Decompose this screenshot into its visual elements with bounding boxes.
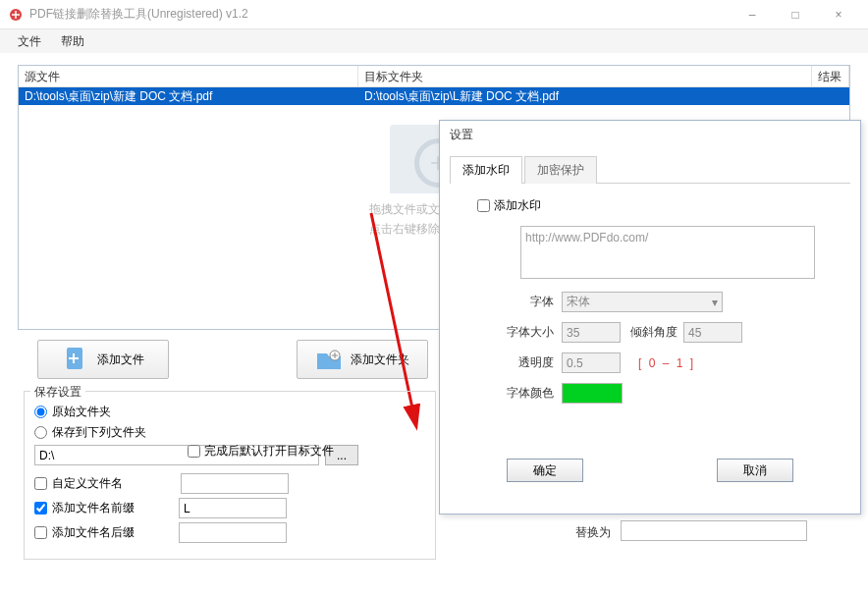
cancel-button[interactable]: 取消 (717, 459, 793, 482)
custom-name-label: 自定义文件名 (52, 475, 123, 492)
prefix-checkbox[interactable] (34, 502, 47, 515)
suffix-label: 添加文件名后缀 (52, 524, 135, 541)
add-folder-label: 添加文件夹 (351, 352, 409, 368)
chevron-down-icon: ▾ (712, 296, 718, 309)
app-icon (8, 7, 24, 23)
col-result[interactable]: 结果 (812, 66, 849, 86)
file-list-header: 源文件 目标文件夹 结果 (19, 66, 849, 87)
suffix-input[interactable] (179, 522, 287, 543)
file-add-icon (62, 346, 89, 373)
minimize-button[interactable]: – (731, 0, 774, 29)
watermark-text-input[interactable]: http://www.PDFdo.com/ (520, 226, 815, 279)
window-titlebar: PDF链接删除替换工具(Unregistered) v1.2 – □ × (0, 0, 868, 29)
radio-original-folder[interactable] (34, 406, 47, 418)
col-target[interactable]: 目标文件夹 (358, 66, 812, 86)
folder-add-icon (315, 346, 343, 373)
custom-name-checkbox[interactable] (34, 477, 47, 490)
radio-original-label: 原始文件夹 (52, 404, 111, 420)
ok-button[interactable]: 确定 (507, 459, 583, 482)
font-size-label: 字体大小 (463, 324, 562, 341)
open-after-checkbox[interactable] (188, 445, 200, 458)
add-file-button[interactable]: 添加文件 (37, 340, 169, 379)
save-settings-legend: 保存设置 (30, 384, 85, 401)
add-watermark-checkbox[interactable] (477, 199, 490, 212)
prefix-input[interactable] (179, 498, 287, 518)
menu-file[interactable]: 文件 (8, 31, 51, 52)
color-label: 字体颜色 (463, 385, 562, 402)
angle-label: 倾斜角度 (630, 324, 678, 341)
font-label: 字体 (463, 294, 562, 310)
menu-help[interactable]: 帮助 (51, 31, 94, 52)
maximize-button[interactable]: □ (774, 0, 817, 29)
add-folder-button[interactable]: 添加文件夹 (297, 340, 428, 379)
col-source[interactable]: 源文件 (19, 66, 358, 86)
cell-target: D:\tools\桌面\zip\L新建 DOC 文档.pdf (358, 87, 812, 106)
prefix-label: 添加文件名前缀 (52, 500, 135, 516)
settings-dialog: 设置 添加水印 加密保护 添加水印 http://www.PDFdo.com/ … (439, 120, 861, 515)
opacity-input[interactable] (562, 352, 621, 373)
font-select[interactable]: 宋体 ▾ (562, 292, 723, 312)
opacity-range: [ 0 – 1 ] (638, 356, 695, 370)
font-value: 宋体 (567, 294, 590, 310)
cell-result (812, 95, 849, 97)
add-watermark-label: 添加水印 (494, 197, 541, 214)
dialog-title: 设置 (440, 121, 860, 149)
tab-watermark[interactable]: 添加水印 (450, 156, 522, 184)
cell-source: D:\tools\桌面\zip\新建 DOC 文档.pdf (19, 87, 358, 106)
tab-encrypt[interactable]: 加密保护 (524, 156, 597, 184)
radio-custom-label: 保存到下列文件夹 (52, 424, 146, 441)
save-settings-group: 保存设置 原始文件夹 保存到下列文件夹 ... 自定义文件名 添加文件名前缀 (24, 391, 436, 560)
menu-bar: 文件 帮助 (0, 29, 868, 53)
replace-input[interactable] (621, 520, 807, 541)
window-title: PDF链接删除替换工具(Unregistered) v1.2 (29, 6, 731, 23)
font-size-input[interactable] (562, 322, 621, 343)
open-after-label: 完成后默认打开目标文件 (204, 443, 334, 460)
suffix-checkbox[interactable] (34, 526, 47, 539)
opacity-label: 透明度 (463, 354, 562, 371)
color-picker[interactable] (562, 383, 623, 404)
close-button[interactable]: × (817, 0, 860, 29)
radio-custom-folder[interactable] (34, 426, 47, 439)
replace-label: 替换为 (575, 524, 611, 541)
table-row[interactable]: D:\tools\桌面\zip\新建 DOC 文档.pdf D:\tools\桌… (19, 87, 849, 105)
add-file-label: 添加文件 (97, 352, 144, 368)
angle-input[interactable] (683, 322, 742, 343)
custom-name-input[interactable] (181, 473, 289, 494)
